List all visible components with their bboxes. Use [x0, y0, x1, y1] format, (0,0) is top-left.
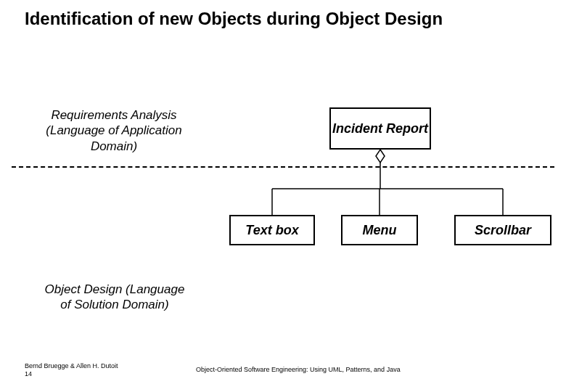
- scrollbar-text: Scrollbar: [475, 223, 531, 238]
- incident-report-text: Incident Report: [332, 121, 428, 136]
- footer-book: Object-Oriented Software Engineering: Us…: [196, 366, 401, 373]
- menu-box: Menu: [341, 215, 418, 245]
- slide-title: Identification of new Objects during Obj…: [25, 9, 460, 30]
- domain-divider: [12, 166, 554, 168]
- menu-text: Menu: [363, 223, 397, 238]
- textbox-text: Text box: [245, 223, 298, 238]
- footer-authors-text: Bernd Bruegge & Allen H. Dutoit: [25, 362, 118, 369]
- svg-marker-0: [376, 150, 385, 163]
- textbox-box: Text box: [229, 215, 315, 245]
- requirements-label: Requirements Analysis (Language of Appli…: [30, 107, 197, 154]
- footer-authors: Bernd Bruegge & Allen H. Dutoit 14: [25, 362, 118, 379]
- incident-report-box: Incident Report: [329, 107, 431, 150]
- objectdesign-label: Object Design (Language of Solution Doma…: [42, 282, 187, 313]
- uml-connectors: [0, 0, 566, 392]
- scrollbar-box: Scrollbar: [454, 215, 551, 245]
- footer-page-number: 14: [25, 370, 32, 377]
